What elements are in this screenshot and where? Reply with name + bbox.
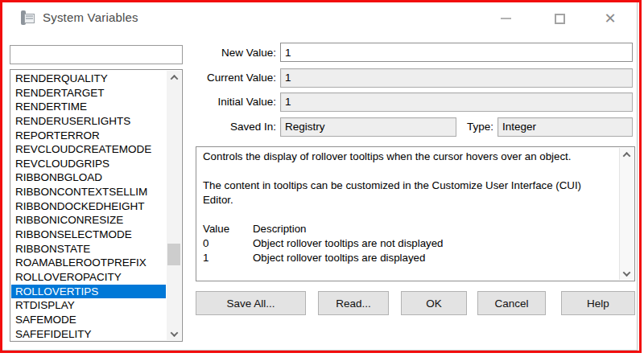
variable-list-item[interactable]: SAFEMODE (11, 313, 166, 327)
description-text: Controls the display of rollover tooltip… (197, 148, 619, 280)
value-cell: Value (203, 222, 253, 236)
read-button[interactable]: Read... (318, 291, 389, 315)
current-value-field: 1 (280, 68, 633, 88)
window-title: System Variables (43, 10, 138, 24)
description-cell: Object rollover tooltips are not display… (253, 236, 613, 251)
variable-listbox[interactable]: RENDERQUALITYRENDERTARGETRENDERTIMERENDE… (10, 69, 183, 342)
system-variables-icon (21, 10, 37, 26)
description-box: Controls the display of rollover tooltip… (196, 146, 635, 281)
maximize-button[interactable] (545, 7, 574, 30)
help-button[interactable]: Help (561, 291, 635, 315)
description-cell: Object rollover tooltips are displayed (253, 251, 613, 265)
scroll-up-icon[interactable] (620, 148, 634, 161)
variable-list: RENDERQUALITYRENDERTARGETRENDERTIMERENDE… (11, 72, 166, 339)
variable-list-item[interactable]: RENDERTARGET (11, 86, 166, 101)
variable-list-item[interactable]: RIBBONICONRESIZE (11, 213, 166, 228)
value-cell: 1 (203, 251, 253, 265)
variable-list-item[interactable]: REPORTERROR (11, 129, 166, 143)
variable-list-item[interactable]: RIBBONSTATE (11, 242, 166, 256)
save-all-button[interactable]: Save All... (196, 291, 306, 315)
value-table-row: 0Object rollover tooltips are not displa… (203, 236, 613, 251)
minimize-button[interactable] (491, 7, 520, 30)
type-field: Integer (497, 117, 633, 137)
description-paragraph: The content in tooltips can be customize… (203, 178, 613, 207)
initial-value-label: Initial Value: (180, 96, 276, 108)
scroll-down-icon[interactable] (620, 267, 634, 280)
description-paragraph: Controls the display of rollover tooltip… (203, 150, 613, 164)
variable-list-item[interactable]: SAFEFIDELITY (11, 327, 166, 339)
variable-list-item[interactable]: RIBBONDOCKEDHEIGHT (11, 199, 166, 214)
close-icon: ✕ (604, 11, 616, 26)
variable-list-item[interactable]: RENDERTIME (11, 100, 166, 114)
close-button[interactable]: ✕ (596, 7, 625, 30)
variable-list-item[interactable]: RIBBONBGLOAD (11, 170, 166, 185)
scroll-down-icon[interactable] (167, 327, 181, 340)
current-value-label: Current Value: (180, 72, 276, 84)
variable-list-item-selected[interactable]: ROLLOVERTIPS (11, 285, 166, 299)
initial-value-field: 1 (280, 92, 633, 112)
variable-list-item[interactable]: RIBBONSELECTMODE (11, 228, 166, 242)
description-cell: Description (253, 222, 613, 236)
list-scrollbar[interactable] (167, 71, 181, 340)
ok-button[interactable]: OK (401, 291, 467, 315)
value-table-header: ValueDescription (203, 222, 613, 236)
maximize-icon (555, 14, 565, 24)
type-label: Type: (397, 121, 493, 133)
variable-list-item[interactable]: REVCLOUDCREATEMODE (11, 142, 166, 157)
variable-list-item[interactable]: ROLLOVEROPACITY (11, 270, 166, 285)
saved-in-label: Saved In: (180, 121, 276, 133)
variable-list-item[interactable]: ROAMABLEROOTPREFIX (11, 256, 166, 270)
new-value-label: New Value: (180, 47, 276, 59)
list-scrollbar-thumb[interactable] (167, 244, 180, 265)
variable-list-item[interactable]: RENDERUSERLIGHTS (11, 114, 166, 129)
cancel-button[interactable]: Cancel (477, 291, 546, 315)
variable-list-item[interactable]: RIBBONCONTEXTSELLIM (11, 185, 166, 199)
description-scrollbar[interactable] (619, 148, 634, 280)
variable-list-item[interactable]: RENDERQUALITY (11, 72, 166, 86)
new-value-input[interactable] (280, 43, 633, 62)
variable-list-item[interactable]: REVCLOUDGRIPS (11, 157, 166, 171)
value-table-row: 1Object rollover tooltips are displayed (203, 251, 613, 265)
value-cell: 0 (203, 236, 253, 251)
variable-list-item[interactable]: RTDISPLAY (11, 298, 166, 313)
minimize-icon (501, 18, 511, 19)
variable-filter-input[interactable] (10, 45, 183, 64)
